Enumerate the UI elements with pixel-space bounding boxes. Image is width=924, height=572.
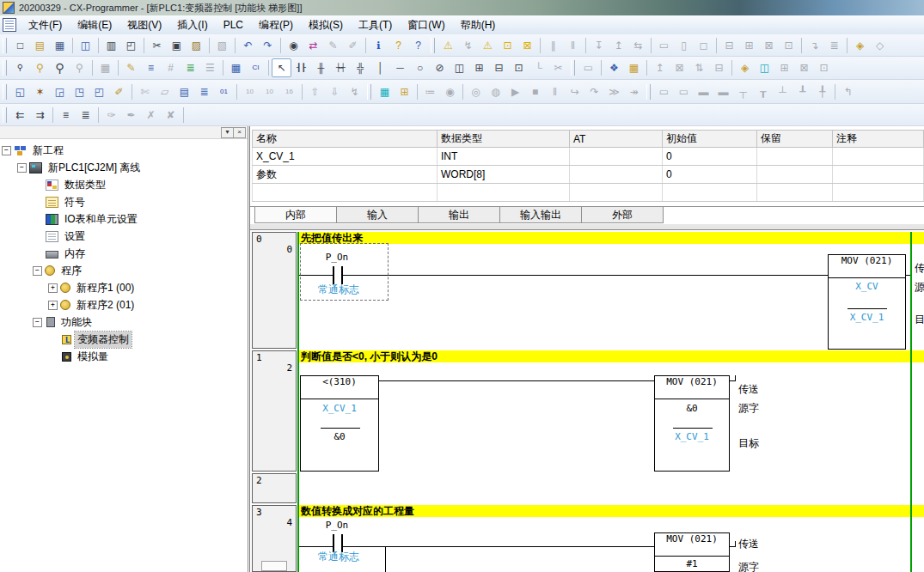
force-toggle-icon[interactable]: ✗	[141, 106, 161, 125]
column-header[interactable]: 数据类型	[438, 131, 570, 148]
column-header[interactable]: 名称	[253, 131, 438, 148]
operand-source[interactable]: X_CV	[829, 281, 905, 292]
pause-monitor-2-icon[interactable]: ◉	[440, 82, 460, 101]
table-cell[interactable]: INT	[438, 148, 570, 166]
table-cell[interactable]	[833, 148, 924, 166]
instruction-reset-icon[interactable]: ⊟	[489, 58, 509, 77]
io-bit-4-icon[interactable]: ▬	[713, 82, 733, 101]
local-symbols-icon[interactable]: ≡	[141, 58, 161, 77]
tree-expand-collapse-box[interactable]: −	[2, 146, 11, 155]
hand-1-icon[interactable]: ◎	[466, 82, 486, 101]
find-icon[interactable]: ◉	[284, 36, 303, 55]
force-set-icon[interactable]: ✑	[101, 106, 121, 125]
fb-param-4-icon[interactable]: ⊟	[709, 58, 729, 77]
toolbar-drag-handle[interactable]	[3, 38, 7, 53]
transfer-check-icon[interactable]: ⊡	[498, 36, 517, 55]
diff-reset-icon[interactable]: ╀	[812, 82, 832, 101]
edit-properties-icon[interactable]: ✐	[109, 82, 129, 101]
decimal-icon[interactable]: 10	[240, 82, 260, 101]
diff-both-icon[interactable]: ┴	[773, 82, 792, 101]
operand-source[interactable]: #1	[655, 558, 729, 569]
fb-param-1-icon[interactable]: ↥	[650, 58, 670, 77]
table-cell[interactable]: WORD[8]	[438, 166, 570, 184]
instruction-box-icon[interactable]: ◫	[450, 58, 469, 77]
pause-icon[interactable]: ∥	[543, 36, 563, 55]
title-bar[interactable]: 20200329 - CX-Programmer - [新PLC1:变频器控制 …	[0, 0, 924, 16]
diff-set-icon[interactable]: ┸	[792, 82, 812, 101]
tree-item-program-1[interactable]: +新程序1 (00)	[0, 279, 248, 296]
force-reset-icon[interactable]: ✒	[121, 106, 141, 125]
table-cell[interactable]: 0	[663, 148, 757, 166]
monitor-2-icon[interactable]: ▯	[674, 36, 694, 55]
redo-icon[interactable]: ↷	[258, 36, 278, 55]
paste-icon[interactable]: ▨	[187, 36, 206, 55]
tree-expand-collapse-box[interactable]: −	[33, 266, 42, 276]
table-cell[interactable]	[438, 184, 570, 202]
hex-icon[interactable]: 16	[279, 82, 299, 101]
operand-source[interactable]: &0	[655, 403, 729, 414]
tool-properties-icon[interactable]: ✶	[30, 82, 50, 101]
menu-window[interactable]: 窗口(W)	[400, 15, 452, 35]
undo-icon[interactable]: ↶	[238, 36, 258, 55]
contact-operand[interactable]: P_On	[309, 252, 364, 263]
io-comment-icon[interactable]: #	[161, 58, 181, 77]
line-delete-icon[interactable]: ✂	[548, 58, 568, 77]
menu-program[interactable]: 编程(P)	[251, 15, 301, 35]
line-connect-icon[interactable]: └	[529, 58, 548, 77]
download-to-plc-icon[interactable]: ↧	[589, 36, 609, 55]
print-icon[interactable]: ▥	[101, 36, 121, 55]
about-icon[interactable]: ℹ	[369, 36, 389, 55]
fb-param-3-icon[interactable]: ⇅	[689, 58, 709, 77]
compare-with-plc-icon[interactable]: ⇆	[628, 36, 648, 55]
toolbar-drag-handle[interactable]	[571, 60, 575, 76]
zoom-icon[interactable]: ⚲	[30, 58, 50, 77]
column-header[interactable]: AT	[570, 131, 663, 148]
tree-item-function-blocks[interactable]: −功能块	[0, 313, 248, 331]
show-comments-icon[interactable]: ✎	[121, 58, 141, 77]
table-cell[interactable]: 0	[663, 166, 757, 184]
menu-tools[interactable]: 工具(T)	[351, 15, 400, 35]
menu-view[interactable]: 视图(V)	[119, 15, 169, 35]
force-cancel-icon[interactable]: ✘	[161, 106, 181, 125]
column-header[interactable]: 注释	[833, 131, 924, 148]
operand-destination[interactable]: X_CV_1	[829, 312, 905, 323]
sim-run-icon[interactable]: ▶	[505, 82, 525, 101]
tree-item-memory[interactable]: 内存	[0, 245, 248, 262]
monitor-data-icon[interactable]: ▦	[226, 58, 246, 77]
print-preview-icon[interactable]: ◰	[121, 36, 141, 55]
step-out-icon[interactable]: ≫	[604, 82, 624, 101]
horizontal-line-icon[interactable]: ─	[390, 58, 410, 77]
tree-expand-collapse-box[interactable]: −	[33, 318, 42, 327]
float-window-icon[interactable]: ◱	[10, 82, 30, 101]
workspace-close-button[interactable]: ×	[233, 127, 246, 138]
binary-monitor-icon[interactable]: 01	[214, 82, 234, 101]
fb-invoke-icon[interactable]: ❖	[604, 58, 624, 77]
menu-plc[interactable]: PLC	[216, 16, 251, 33]
memory-3-icon[interactable]: ⊠	[759, 36, 779, 55]
tree-expand-collapse-box[interactable]: −	[17, 163, 27, 173]
symbol-bar-icon[interactable]: ☰	[200, 58, 220, 77]
watch-2-icon[interactable]: ⊠	[794, 58, 814, 77]
instruction-block-compare[interactable]: <(310) X_CV_1 &0	[300, 375, 379, 472]
rung-margin[interactable]: 0 0	[252, 232, 297, 349]
document-window-icon[interactable]	[3, 18, 16, 32]
table-row[interactable]	[253, 184, 924, 202]
detach-window-icon[interactable]: ◰	[89, 82, 109, 101]
tree-item-settings[interactable]: 设置	[0, 228, 248, 245]
toolbar-drag-handle[interactable]	[646, 84, 651, 100]
step-in-icon[interactable]: ↪	[565, 82, 584, 101]
time-chart-icon[interactable]: ≣	[824, 36, 844, 55]
sim-stop-icon[interactable]: ■	[525, 82, 545, 101]
operand-2[interactable]: &0	[301, 431, 378, 442]
workspace-dropdown-button[interactable]: ▾	[221, 127, 234, 138]
fb-io-icon[interactable]: ▦	[624, 58, 644, 77]
menu-simulation[interactable]: 模拟(S)	[301, 15, 351, 35]
watch-3-icon[interactable]: ⊡	[814, 58, 834, 77]
table-cell[interactable]	[757, 184, 833, 202]
find-window-icon[interactable]: ◲	[50, 82, 70, 101]
upload-from-plc-icon[interactable]: ↥	[609, 36, 628, 55]
grid-icon[interactable]: ▦	[95, 58, 115, 77]
menu-edit[interactable]: 编辑(E)	[70, 15, 119, 35]
force-off-icon[interactable]: ⇩	[325, 82, 345, 101]
menu-help[interactable]: 帮助(H)	[453, 15, 504, 35]
